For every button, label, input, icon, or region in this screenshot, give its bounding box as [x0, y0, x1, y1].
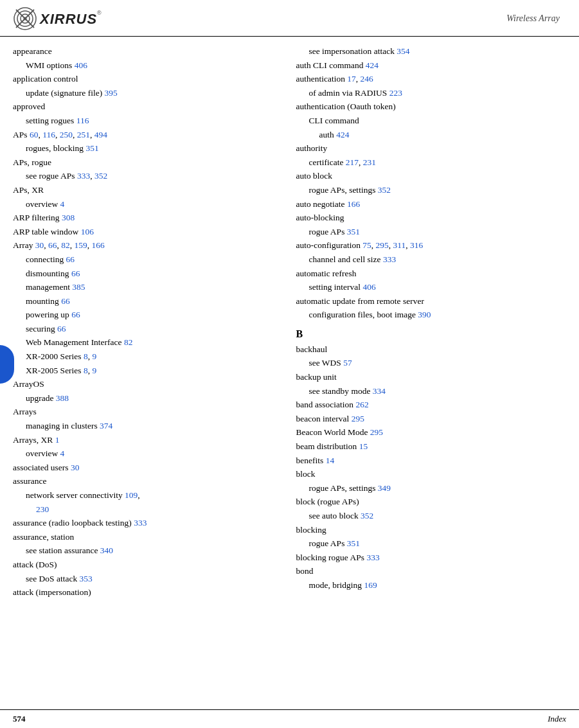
index-link[interactable]: 406: [362, 282, 375, 292]
index-link[interactable]: 231: [363, 157, 376, 167]
list-item: CLI command: [296, 114, 567, 128]
list-item: management 385: [13, 280, 283, 294]
index-link[interactable]: 9: [93, 351, 97, 361]
index-link[interactable]: 351: [347, 227, 360, 236]
index-link[interactable]: 17: [347, 74, 356, 84]
page-number: 574: [13, 714, 26, 724]
index-link[interactable]: 30: [35, 240, 44, 250]
index-link[interactable]: 166: [92, 240, 105, 250]
index-link[interactable]: 246: [361, 74, 373, 84]
index-link[interactable]: 424: [336, 130, 349, 139]
index-link[interactable]: 217: [346, 157, 359, 167]
index-link[interactable]: 57: [343, 358, 352, 368]
index-link[interactable]: 295: [352, 414, 364, 423]
list-item: Beacon World Mode 295: [296, 425, 567, 439]
index-link[interactable]: 334: [373, 386, 386, 396]
list-item: assurance (radio loopback testing) 333: [13, 516, 283, 530]
index-link[interactable]: 388: [56, 393, 69, 403]
index-link[interactable]: 66: [71, 269, 80, 278]
list-item: Array 30, 66, 82, 159, 166: [13, 238, 283, 253]
list-item: block (rogue APs): [296, 495, 567, 509]
index-link[interactable]: 352: [94, 171, 107, 181]
list-item: see impersonation attack 354: [296, 44, 567, 58]
index-link[interactable]: 390: [418, 310, 431, 319]
index-link[interactable]: 352: [378, 185, 391, 195]
index-link[interactable]: 385: [72, 282, 85, 292]
list-item: setting interval 406: [296, 280, 567, 294]
index-link[interactable]: 66: [57, 324, 66, 333]
index-link[interactable]: 308: [62, 213, 75, 222]
index-link[interactable]: 66: [71, 310, 80, 319]
list-item: auto negotiate 166: [296, 197, 567, 211]
index-link[interactable]: 4: [60, 448, 65, 458]
list-item: authentication 17, 246: [296, 72, 567, 86]
list-item: block: [296, 467, 567, 481]
list-item: certificate 217, 231: [296, 155, 567, 170]
index-link[interactable]: 169: [364, 580, 377, 590]
index-link[interactable]: 116: [42, 130, 55, 139]
index-link[interactable]: 106: [81, 227, 94, 236]
index-link[interactable]: 374: [100, 421, 112, 431]
list-item: upgrade 388: [13, 391, 283, 405]
index-link[interactable]: 354: [396, 46, 409, 56]
index-link[interactable]: 333: [77, 171, 90, 181]
index-link[interactable]: 333: [383, 254, 396, 264]
index-link[interactable]: 251: [77, 130, 90, 139]
index-link[interactable]: 66: [66, 254, 75, 264]
list-item: APs, XR: [13, 183, 283, 197]
index-link[interactable]: 295: [376, 240, 389, 250]
index-link[interactable]: 4: [60, 199, 65, 209]
index-link[interactable]: 9: [93, 366, 97, 375]
index-link[interactable]: 333: [366, 553, 379, 562]
index-link[interactable]: 353: [80, 574, 93, 583]
list-item: XR-2005 Series 8, 9: [13, 364, 283, 378]
list-item: attack (impersonation): [13, 585, 283, 599]
index-link[interactable]: 395: [105, 88, 118, 98]
index-link[interactable]: 250: [60, 130, 73, 139]
index-link[interactable]: 230: [36, 504, 49, 514]
index-link[interactable]: 340: [100, 546, 113, 555]
list-item: mounting 66: [13, 294, 283, 308]
index-link[interactable]: 262: [355, 400, 368, 409]
index-link[interactable]: 15: [359, 441, 368, 451]
index-link[interactable]: 333: [134, 518, 147, 528]
list-item: APs, rogue: [13, 155, 283, 170]
index-link[interactable]: 494: [94, 130, 107, 139]
index-link[interactable]: 316: [410, 240, 423, 250]
index-link[interactable]: 8: [84, 351, 88, 361]
index-link[interactable]: 30: [71, 463, 80, 472]
list-item: appearance: [13, 44, 283, 58]
list-item: bond: [296, 564, 567, 578]
index-link[interactable]: 66: [61, 296, 70, 306]
index-link[interactable]: 349: [378, 483, 391, 493]
index-link[interactable]: 223: [389, 88, 402, 98]
index-link[interactable]: 295: [370, 427, 383, 437]
index-link[interactable]: 424: [366, 60, 379, 70]
list-item: XR-2000 Series 8, 9: [13, 350, 283, 364]
index-link[interactable]: 1: [55, 435, 60, 445]
list-item: connecting 66: [13, 253, 283, 267]
list-item: ARP table window 106: [13, 225, 283, 239]
list-item: automatic update from remote server: [296, 294, 567, 308]
index-link[interactable]: 166: [347, 199, 360, 209]
list-item: beam distribution 15: [296, 439, 567, 454]
list-item: assurance: [13, 474, 283, 488]
index-link[interactable]: 14: [326, 456, 335, 465]
index-link[interactable]: 75: [362, 240, 371, 250]
index-link[interactable]: 352: [361, 511, 373, 520]
index-link[interactable]: 82: [124, 337, 133, 347]
index-link[interactable]: 406: [75, 60, 87, 70]
index-link[interactable]: 109: [125, 490, 138, 500]
index-link[interactable]: 351: [347, 538, 360, 548]
index-link[interactable]: 60: [30, 130, 39, 139]
list-item: auto block: [296, 169, 567, 183]
index-link[interactable]: 116: [76, 116, 89, 125]
index-link[interactable]: 8: [84, 366, 88, 375]
svg-text:®: ®: [97, 10, 102, 16]
list-item: blocking: [296, 523, 567, 537]
index-link[interactable]: 351: [85, 143, 98, 153]
index-link[interactable]: 311: [393, 240, 406, 250]
index-link[interactable]: 159: [75, 240, 87, 250]
index-link[interactable]: 66: [48, 240, 57, 250]
index-link[interactable]: 82: [61, 240, 70, 250]
